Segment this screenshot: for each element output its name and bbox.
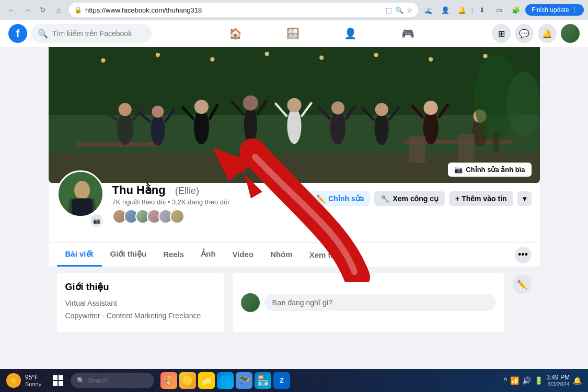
refresh-button[interactable]: ↻ bbox=[36, 3, 50, 17]
intro-item-2: Copywriter - Content Marketing Freelance bbox=[65, 312, 216, 320]
view-tools-label: Xem công cụ bbox=[393, 194, 439, 203]
taskbar-edge-icon[interactable]: 🌐 bbox=[217, 372, 234, 389]
taskbar-app2-icon[interactable]: 🟡 bbox=[179, 372, 196, 389]
start-button[interactable] bbox=[50, 372, 66, 389]
svg-point-9 bbox=[319, 55, 324, 60]
wifi-icon[interactable]: 📶 bbox=[510, 376, 519, 385]
intro-item-1: Virtual Assistant bbox=[65, 299, 216, 307]
svg-point-13 bbox=[117, 112, 133, 145]
taskbar-search-input[interactable] bbox=[88, 377, 140, 384]
svg-point-22 bbox=[194, 100, 208, 114]
edit-icon: ✏️ bbox=[316, 194, 325, 203]
cast-icon: ⬚ bbox=[386, 6, 392, 14]
notifications-button[interactable]: 🔔 bbox=[538, 24, 557, 43]
facebook-navbar: f 🔍 🏠 🪟 👤 🎮 ⊞ 💬 🔔 bbox=[0, 20, 588, 47]
svg-rect-51 bbox=[458, 134, 474, 162]
svg-point-29 bbox=[287, 108, 301, 144]
battery-icon[interactable]: 🔋 bbox=[534, 376, 543, 385]
intro-section: Giới thiệu Virtual Assistant Copywriter … bbox=[57, 273, 224, 332]
weather-info: 95°F Sunny bbox=[25, 374, 41, 387]
avatar-camera-button[interactable]: 📷 bbox=[90, 214, 103, 227]
taskbar-msstore-icon[interactable]: 🏪 bbox=[255, 372, 271, 389]
svg-point-7 bbox=[210, 57, 214, 61]
friends-nav-button[interactable]: 🪟 bbox=[264, 22, 322, 45]
facebook-logo: f bbox=[8, 24, 27, 43]
taskbar-zalo-placeholder-icon[interactable]: 🪂 bbox=[236, 372, 252, 389]
taskbar-file-explorer-icon[interactable]: 📁 bbox=[198, 372, 215, 389]
system-clock[interactable]: 3:49 PM 8/3/2024 bbox=[546, 374, 570, 387]
taskbar-search-icon: 🔍 bbox=[77, 377, 85, 384]
add-to-story-button[interactable]: + Thêm vào tin bbox=[449, 191, 513, 206]
view-tools-button[interactable]: 🔧 Xem công cụ bbox=[374, 191, 445, 206]
address-bar[interactable]: 🔒 https://www.facebook.com/thuhang318 ⬚ … bbox=[69, 3, 418, 17]
post-input[interactable]: Bạn đang nghĩ gì? bbox=[264, 294, 496, 311]
volume-icon[interactable]: 🔊 bbox=[522, 376, 531, 385]
fb-nav-icons: 🏠 🪟 👤 🎮 bbox=[156, 22, 488, 45]
clock-time: 3:49 PM bbox=[546, 374, 570, 381]
gaming-nav-button[interactable]: 🎮 bbox=[379, 22, 437, 45]
weather-temp: 95°F bbox=[25, 374, 41, 381]
tabs-more-button[interactable]: ••• bbox=[515, 247, 532, 263]
extension-icon-2[interactable]: 👤 bbox=[438, 3, 453, 17]
edit-post-button[interactable]: ✏️ bbox=[513, 275, 532, 294]
search-icon: 🔍 bbox=[395, 6, 403, 14]
tray-arrow-icon[interactable]: ^ bbox=[504, 376, 508, 385]
svg-rect-3 bbox=[76, 142, 158, 146]
sidebar-icon[interactable]: ▭ bbox=[492, 3, 506, 17]
svg-point-8 bbox=[264, 52, 269, 56]
svg-point-14 bbox=[118, 103, 131, 116]
menu-dots: ⋮ bbox=[571, 6, 578, 14]
post-placeholder: Bạn đang nghĩ gì? bbox=[272, 298, 333, 307]
profile-cover-section: 📷 Chỉnh sửa ảnh bìa bbox=[49, 47, 540, 332]
home-nav-button[interactable]: 🏠 bbox=[207, 22, 264, 45]
facebook-search-input[interactable] bbox=[52, 29, 145, 38]
svg-point-38 bbox=[375, 103, 388, 116]
tab-reels[interactable]: Reels bbox=[155, 244, 192, 267]
messenger-button[interactable]: 💬 bbox=[515, 24, 534, 43]
notification-bell-icon[interactable]: 🔔 bbox=[573, 376, 582, 385]
taskbar-picsart-icon[interactable]: 🎨 bbox=[160, 372, 177, 389]
extension-icon-3[interactable]: 🔔 bbox=[455, 3, 469, 17]
forward-button[interactable]: → bbox=[20, 3, 34, 17]
edit-cover-button[interactable]: 📷 Chỉnh sửa ảnh bìa bbox=[448, 163, 531, 177]
tab-posts[interactable]: Bài viết bbox=[57, 243, 102, 267]
clock-date: 8/3/2024 bbox=[546, 381, 570, 387]
user-avatar-nav[interactable] bbox=[561, 24, 580, 43]
tab-videos[interactable]: Video bbox=[224, 244, 262, 267]
tab-photos[interactable]: Ảnh bbox=[192, 243, 224, 267]
svg-point-5 bbox=[101, 58, 105, 62]
svg-point-42 bbox=[423, 101, 437, 115]
grid-menu-button[interactable]: ⊞ bbox=[492, 24, 511, 43]
svg-point-41 bbox=[423, 111, 438, 145]
tab-groups[interactable]: Nhóm bbox=[262, 244, 301, 267]
browser-actions: 🌊 👤 🔔 | ⬇ ▭ 🧩 Finish update ⋮ bbox=[421, 3, 584, 17]
download-icon[interactable]: ⬇ bbox=[475, 3, 490, 17]
tools-icon: 🔧 bbox=[381, 194, 389, 203]
profile-nav-button[interactable]: 👤 bbox=[322, 22, 379, 45]
svg-point-55 bbox=[74, 181, 90, 200]
tab-about[interactable]: Giới thiệu bbox=[102, 243, 155, 267]
facebook-main: 📷 Chỉnh sửa ảnh bìa bbox=[0, 47, 588, 369]
finish-update-button[interactable]: Finish update ⋮ bbox=[525, 4, 584, 16]
avatar-image bbox=[59, 172, 104, 217]
taskbar-search-bar[interactable]: 🔍 bbox=[71, 373, 154, 388]
more-options-button[interactable]: ▾ bbox=[517, 191, 532, 206]
tab-more[interactable]: Xem thêm ▾ bbox=[301, 244, 362, 266]
taskbar: ☀️ 95°F Sunny 🔍 🎨 🟡 📁 🌐 🪂 🏪 Z bbox=[0, 369, 588, 392]
svg-point-21 bbox=[193, 110, 209, 145]
browser-nav-buttons: ← → ↻ ⌂ bbox=[4, 3, 66, 17]
edit-profile-button[interactable]: ✏️ Chỉnh sửa bbox=[310, 191, 370, 206]
home-button[interactable]: ⌂ bbox=[51, 3, 66, 17]
taskbar-zalo-icon[interactable]: Z bbox=[273, 372, 290, 389]
facebook-search-bar[interactable]: 🔍 bbox=[31, 24, 152, 43]
weather-icon: ☀️ bbox=[6, 373, 21, 388]
edit-profile-label: Chỉnh sửa bbox=[328, 194, 364, 203]
edit-cover-label: Chỉnh sửa ảnh bìa bbox=[466, 166, 525, 174]
profile-avatar bbox=[57, 170, 104, 217]
profile-icon[interactable]: 🧩 bbox=[509, 3, 523, 17]
extension-icon-1[interactable]: 🌊 bbox=[421, 3, 436, 17]
svg-rect-48 bbox=[493, 131, 499, 153]
add-story-label: + Thêm vào tin bbox=[455, 194, 506, 203]
profile-friend-avatars bbox=[112, 209, 229, 224]
back-button[interactable]: ← bbox=[4, 3, 19, 17]
